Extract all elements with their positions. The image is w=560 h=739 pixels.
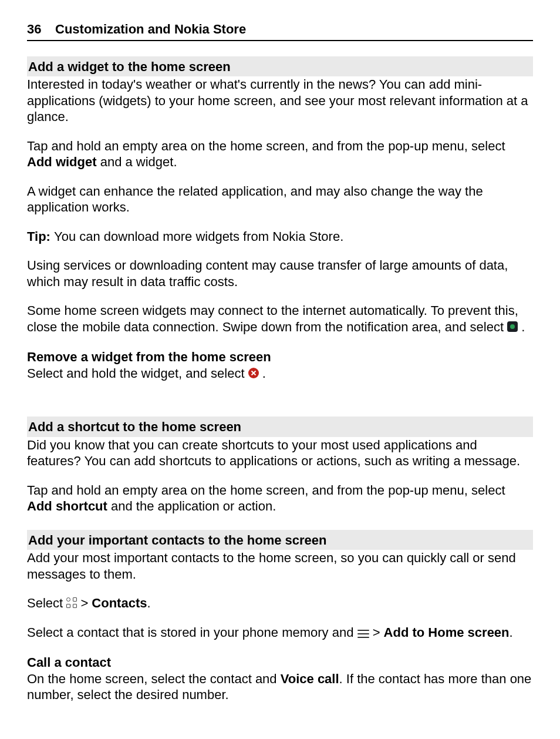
text-run: On the home screen, select the contact a… <box>27 671 281 686</box>
tip-label: Tip: <box>27 229 54 244</box>
body-text: Tip: You can download more widgets from … <box>27 229 533 245</box>
mobile-data-icon <box>507 321 518 332</box>
page-title: Customization and Nokia Store <box>55 21 246 38</box>
apps-grid-icon <box>66 597 77 608</box>
sub-heading: Call a contact <box>27 654 533 671</box>
close-icon <box>248 368 259 378</box>
text-run: . <box>147 596 150 610</box>
menu-icon <box>357 630 369 638</box>
body-text: Add your most important contacts to the … <box>27 550 533 582</box>
body-text: Select and hold the widget, and select . <box>27 365 533 382</box>
text-run: Some home screen widgets may connect to … <box>27 303 518 334</box>
body-text: A widget can enhance the related applica… <box>27 183 533 216</box>
text-run: > <box>77 596 92 610</box>
text-run: . <box>259 366 266 381</box>
text-run: Select <box>27 596 66 610</box>
text-bold: Add widget <box>27 154 97 169</box>
text-bold: Add shortcut <box>27 499 107 513</box>
text-bold: Add to Home screen <box>384 625 510 640</box>
text-run: Select a contact that is stored in your … <box>27 625 357 640</box>
body-text: Select > Contacts. <box>27 595 533 612</box>
section-heading: Add your important contacts to the home … <box>27 530 533 550</box>
text-run: You can download more widgets from Nokia… <box>54 229 343 244</box>
text-run: Tap and hold an empty area on the home s… <box>27 139 505 153</box>
body-text: Select a contact that is stored in your … <box>27 624 533 641</box>
section-heading: Add a widget to the home screen <box>27 56 533 77</box>
page-header: 36 Customization and Nokia Store <box>27 21 533 41</box>
text-run: Tap and hold an empty area on the home s… <box>27 483 505 498</box>
text-bold: Voice call <box>281 671 339 686</box>
body-text: Tap and hold an empty area on the home s… <box>27 138 533 170</box>
section-heading: Add a shortcut to the home screen <box>27 416 533 437</box>
body-text: Some home screen widgets may connect to … <box>27 303 533 335</box>
sub-heading: Remove a widget from the home screen <box>27 349 533 365</box>
text-run: > <box>369 625 384 640</box>
text-run: and a widget. <box>97 154 177 169</box>
body-text: Did you know that you can create shortcu… <box>27 437 533 469</box>
text-run: and the application or action. <box>107 499 276 513</box>
text-bold: Contacts <box>92 596 147 610</box>
body-text: Interested in today's weather or what's … <box>27 76 533 125</box>
page-number: 36 <box>27 21 55 38</box>
body-text: Tap and hold an empty area on the home s… <box>27 482 533 515</box>
body-text: Using services or downloading content ma… <box>27 257 533 290</box>
text-run: Select and hold the widget, and select <box>27 366 248 381</box>
text-run: . <box>510 625 513 640</box>
text-run: . <box>518 320 525 334</box>
body-text: On the home screen, select the contact a… <box>27 671 533 703</box>
document-page: 36 Customization and Nokia Store Add a w… <box>0 0 560 739</box>
